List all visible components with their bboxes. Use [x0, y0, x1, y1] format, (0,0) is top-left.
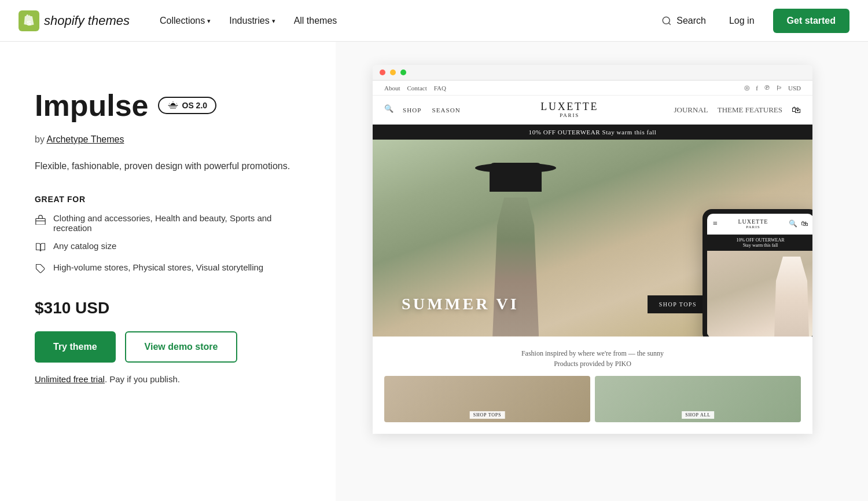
book-icon — [35, 242, 46, 254]
browser-dot-yellow — [390, 70, 396, 75]
svg-line-5 — [169, 103, 170, 104]
browser-dot-red — [380, 70, 385, 75]
svg-line-3 — [669, 23, 671, 24]
store-announcement: 10% OFF OUTERWEAR Stay warm this fall — [373, 125, 812, 140]
mobile-logo: LUXETTE PARIS — [738, 218, 768, 229]
mobile-inner: ≡ LUXETTE PARIS 🔍 🛍 — [707, 214, 812, 337]
browser-dot-green — [400, 70, 406, 75]
os2-icon — [167, 101, 179, 109]
store-thumbnails: SHOP TOPS SHOP ALL — [384, 376, 801, 422]
view-demo-button[interactable]: View demo store — [125, 331, 238, 363]
nav-links: Collections ▾ Industries ▾ All themes — [153, 11, 657, 31]
store-journal-link: JOURNAL — [674, 105, 708, 115]
store-thumb-2-label: SHOP ALL — [682, 411, 714, 419]
author-link[interactable]: Archetype Themes — [46, 134, 124, 144]
great-for-label: GREAT FOR — [35, 195, 301, 204]
feature-item-clothing: Clothing and accessories, Health and bea… — [35, 213, 301, 233]
store-sub-section: Fashion inspired by where we're from — t… — [373, 337, 812, 434]
mobile-announcement: 10% OFF OUTERWEAR Stay warm this fall — [707, 235, 812, 251]
store-preview-container: About Contact FAQ ◎ f ℗ 🏳 USD — [373, 65, 812, 434]
instagram-icon: ◎ — [744, 84, 750, 92]
theme-title-row: Impulse OS 2.0 — [35, 88, 301, 123]
industries-chevron-icon: ▾ — [272, 17, 275, 25]
feature-item-catalog: Any catalog size — [35, 241, 301, 254]
trial-info: Unlimited free trial. Pay if you publish… — [35, 374, 301, 384]
main-content: Impulse OS 2.0 by Archetype Themes Flexi… — [0, 42, 868, 501]
preview-panel: About Contact FAQ ◎ f ℗ 🏳 USD — [336, 42, 868, 501]
facebook-icon: f — [756, 85, 758, 92]
collections-nav-link[interactable]: Collections ▾ — [153, 11, 218, 31]
search-icon — [661, 16, 672, 26]
store-icon — [35, 214, 46, 226]
industries-nav-link[interactable]: Industries ▾ — [222, 11, 282, 31]
hero-text: SUMMER VI — [402, 295, 519, 313]
svg-rect-10 — [36, 218, 45, 225]
store-search-icon: 🔍 — [384, 104, 393, 116]
store-cart-icon: 🛍 — [792, 105, 801, 115]
theme-info-panel: Impulse OS 2.0 by Archetype Themes Flexi… — [0, 42, 336, 501]
get-started-button[interactable]: Get started — [773, 9, 849, 33]
tag-icon — [35, 264, 46, 276]
theme-author: by Archetype Themes — [35, 134, 301, 145]
try-theme-button[interactable]: Try theme — [35, 331, 116, 363]
theme-description: Flexible, fashionable, proven design wit… — [35, 159, 301, 174]
main-nav: S shopify themes Collections ▾ Industrie… — [0, 0, 868, 42]
mobile-store-nav: ≡ LUXETTE PARIS 🔍 🛍 — [707, 214, 812, 235]
store-thumb-2: SHOP ALL — [595, 376, 801, 422]
mobile-cart-icon: 🛍 — [801, 220, 808, 228]
store-nav: 🔍 SHOP SEASON LUXETTE PARIS JOURNAL THEM… — [373, 96, 812, 125]
store-website-preview: About Contact FAQ ◎ f ℗ 🏳 USD — [373, 81, 812, 434]
shopify-logo-icon: S — [19, 10, 39, 31]
login-button[interactable]: Log in — [724, 11, 759, 31]
mobile-search-icon: 🔍 — [789, 220, 797, 228]
trial-link[interactable]: Unlimited free trial — [35, 374, 105, 384]
store-sub-text: Fashion inspired by where we're from — t… — [384, 348, 801, 369]
store-topbar-social: ◎ f ℗ 🏳 USD — [744, 84, 801, 92]
all-themes-nav-link[interactable]: All themes — [287, 11, 344, 31]
cta-row: Try theme View demo store — [35, 331, 301, 363]
brand-logo[interactable]: S shopify themes — [19, 10, 130, 31]
theme-title: Impulse — [35, 88, 149, 123]
store-nav-left: 🔍 SHOP SEASON — [384, 104, 465, 116]
browser-chrome — [373, 65, 812, 81]
flag-icon: 🏳 — [776, 85, 782, 92]
store-features-link: THEME FEATURES — [718, 105, 782, 115]
pinterest-icon: ℗ — [764, 84, 770, 92]
nav-right: Search Log in Get started — [657, 9, 849, 33]
svg-line-6 — [176, 103, 176, 104]
search-button[interactable]: Search — [657, 11, 711, 31]
store-nav-right: JOURNAL THEME FEATURES 🛍 — [674, 105, 801, 115]
store-thumb-1: SHOP TOPS — [384, 376, 590, 422]
hero-cta-button: SHOP TOPS — [648, 295, 708, 313]
store-topbar: About Contact FAQ ◎ f ℗ 🏳 USD — [373, 81, 812, 96]
store-thumb-1-label: SHOP TOPS — [470, 411, 505, 419]
svg-point-2 — [663, 17, 670, 24]
mobile-hero: SPRINGSTYLE Fresh looks for sunny days. … — [707, 251, 812, 337]
store-logo: LUXETTE PARIS — [540, 101, 598, 119]
svg-text:S: S — [27, 20, 31, 27]
feature-item-stores: High-volume stores, Physical stores, Vis… — [35, 262, 301, 276]
store-topbar-links: About Contact FAQ — [384, 85, 446, 92]
collections-chevron-icon: ▾ — [207, 17, 211, 25]
mobile-hamburger-icon: ≡ — [713, 219, 718, 228]
store-hero: SUMMER VI SHOP TOPS ≡ LUX — [373, 140, 812, 337]
brand-name: shopify themes — [44, 13, 130, 28]
os-badge: OS 2.0 — [158, 97, 217, 114]
mobile-preview: ≡ LUXETTE PARIS 🔍 🛍 — [703, 209, 812, 337]
theme-price: $310 USD — [35, 299, 301, 317]
feature-list: Clothing and accessories, Health and bea… — [35, 213, 301, 276]
